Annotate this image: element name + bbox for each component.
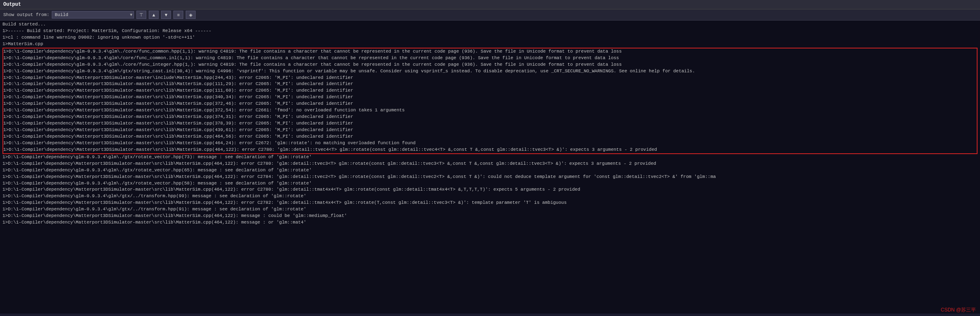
output-lines: Build started...1>------ Build started: … xyxy=(2,21,978,226)
output-line: 1>D:\1-Compiler\dependency\Matterport3DS… xyxy=(3,134,977,140)
pin-button[interactable]: ◈ xyxy=(186,11,196,19)
watermark: CSDN @苏三平 xyxy=(941,307,976,314)
toolbar-label: Show output from: xyxy=(3,12,49,17)
output-line: 1>D:\1-Compiler\dependency\Matterport3DS… xyxy=(3,94,977,101)
output-line: 1>D:\1-Compiler\dependency\Matterport3DS… xyxy=(2,213,978,219)
output-line: 1>D:\1-Compiler\dependency\Matterport3DS… xyxy=(3,101,977,107)
output-line: 1>D:\1-Compiler\dependency\Matterport3DS… xyxy=(3,127,977,134)
output-area[interactable]: Build started...1>------ Build started: … xyxy=(0,21,980,314)
output-line: 1>D:\1-Compiler\dependency\Matterport3DS… xyxy=(2,219,978,226)
output-line: 1>D:\1-Compiler\dependency\Matterport3DS… xyxy=(3,75,977,81)
dropdown-wrapper[interactable]: Build Debug Release ▼ xyxy=(52,11,134,18)
output-line: 1>D:\1-Compiler\dependency\Matterport3DS… xyxy=(2,174,978,180)
output-line: 1>MatterSim.cpp xyxy=(2,41,978,48)
scroll-top-button[interactable]: ⊤ xyxy=(136,11,146,19)
output-line: 1>D:\1-Compiler\dependency\Matterport3DS… xyxy=(3,140,977,147)
output-line: 1>D:\1-Compiler\dependency\glm-0.9.3.4\g… xyxy=(3,62,977,68)
output-line: 1>------ Build started: Project: MatterS… xyxy=(2,28,978,35)
output-line: 1>D:\1-Compiler\dependency\glm-0.9.3.4\g… xyxy=(3,48,977,55)
output-line: 1>D:\1-Compiler\dependency\Matterport3DS… xyxy=(3,81,977,88)
output-line: 1>D:\1-Compiler\dependency\glm-0.9.3.4\g… xyxy=(3,68,977,75)
toolbar-row: Show output from: Build Debug Release ▼ … xyxy=(0,9,980,21)
output-line: 1>D:\1-Compiler\dependency\Matterport3DS… xyxy=(2,161,978,167)
output-line: 1>D:\1-Compiler\dependency\glm-0.9.3.4\g… xyxy=(2,180,978,187)
output-line: 1>D:\1-Compiler\dependency\Matterport3DS… xyxy=(2,187,978,193)
output-line: 1>D:\1-Compiler\dependency\glm-0.9.3.4\g… xyxy=(2,167,978,174)
error-region: 1>D:\1-Compiler\dependency\glm-0.9.3.4\g… xyxy=(2,48,978,154)
output-line: 1>D:\1-Compiler\dependency\Matterport3DS… xyxy=(3,114,977,120)
output-line: 1>D:\1-Compiler\dependency\glm-0.9.3.4\g… xyxy=(2,193,978,200)
output-line: Build started... xyxy=(2,21,978,28)
word-wrap-button[interactable]: ≡ xyxy=(173,11,183,19)
output-line: 1>D:\1-Compiler\dependency\Matterport3DS… xyxy=(3,120,977,127)
panel: Output Show output from: Build Debug Rel… xyxy=(0,0,980,314)
output-line: 1>D:\1-Compiler\dependency\glm-0.9.3.4\g… xyxy=(3,55,977,62)
output-line: 1>D:\1-Compiler\dependency\glm-0.9.3.4\g… xyxy=(2,206,978,213)
scroll-down-button[interactable]: ▼ xyxy=(161,11,171,19)
output-line: 1>cl : command line warning D9002: ignor… xyxy=(2,35,978,41)
output-source-dropdown[interactable]: Build Debug Release xyxy=(52,11,134,18)
output-line: 1>D:\1-Compiler\dependency\Matterport3DS… xyxy=(2,200,978,206)
panel-header: Output xyxy=(0,0,980,9)
output-line: 1>D:\1-Compiler\dependency\glm-0.9.3.4\g… xyxy=(2,154,978,161)
panel-title: Output xyxy=(3,2,21,7)
output-line: 1>D:\1-Compiler\dependency\Matterport3DS… xyxy=(3,107,977,114)
scroll-up-button[interactable]: ▲ xyxy=(149,11,159,19)
output-line: 1>D:\1-Compiler\dependency\Matterport3DS… xyxy=(3,147,977,153)
output-line: 1>D:\1-Compiler\dependency\Matterport3DS… xyxy=(3,88,977,94)
